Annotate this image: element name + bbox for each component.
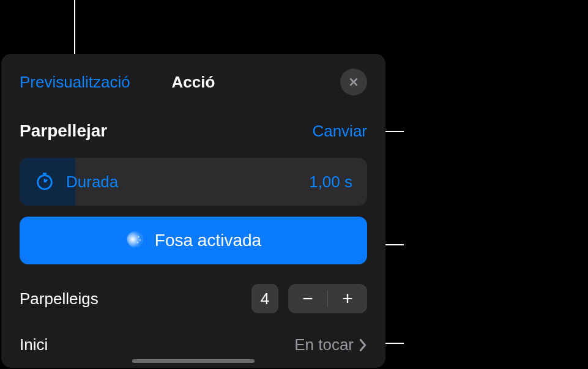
blinks-value: 4 — [251, 284, 278, 313]
blinks-stepper: − + — [288, 284, 367, 313]
stepper-plus-button[interactable]: + — [328, 284, 367, 313]
close-button[interactable] — [340, 69, 367, 95]
start-value-button[interactable]: En tocar — [294, 335, 367, 354]
stepper-minus-button[interactable]: − — [288, 284, 327, 313]
blinks-row: Parpelleigs 4 − + — [20, 284, 367, 313]
panel-header: Previsualització Acció — [20, 69, 367, 95]
blurfade-icon — [125, 229, 145, 252]
effect-row: Parpellejar Canviar — [20, 121, 367, 141]
stopwatch-icon — [34, 170, 55, 193]
callout-line — [74, 0, 75, 62]
svg-point-7 — [127, 231, 143, 248]
panel-title: Acció — [172, 73, 215, 92]
chevron-right-icon — [359, 338, 367, 352]
preview-button[interactable]: Previsualització — [20, 73, 130, 92]
blinks-controls: 4 − + — [251, 284, 367, 313]
svg-point-10 — [136, 242, 138, 244]
duration-slider[interactable]: Durada 1,00 s — [20, 158, 367, 206]
svg-point-8 — [138, 236, 140, 238]
blurfade-button[interactable]: Fosa activada — [20, 217, 367, 264]
start-value: En tocar — [294, 335, 354, 354]
blinks-label: Parpelleigs — [20, 289, 99, 308]
blurfade-label: Fosa activada — [155, 231, 261, 250]
start-label: Inici — [20, 335, 48, 354]
effect-name: Parpellejar — [20, 121, 107, 141]
svg-point-9 — [139, 239, 141, 241]
close-icon — [348, 76, 360, 88]
change-button[interactable]: Canviar — [312, 122, 367, 141]
duration-label: Durada — [66, 173, 118, 192]
start-row[interactable]: Inici En tocar — [20, 335, 367, 354]
action-panel: Previsualització Acció Parpellejar Canvi… — [1, 54, 385, 368]
duration-value: 1,00 s — [309, 173, 352, 192]
home-indicator — [132, 359, 255, 363]
